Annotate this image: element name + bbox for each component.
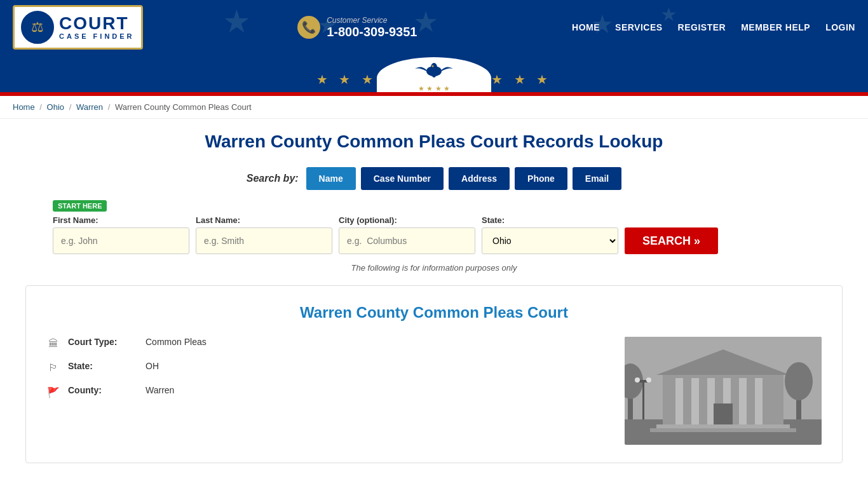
start-here-badge: START HERE [53, 200, 107, 212]
phone-number: 1-800-309-9351 [327, 25, 417, 39]
tab-phone[interactable]: Phone [515, 167, 567, 190]
svg-point-2 [432, 65, 434, 67]
svg-point-23 [635, 377, 640, 383]
search-button[interactable]: SEARCH » [625, 227, 718, 254]
main-content: Warren County Common Pleas Court Records… [0, 119, 868, 482]
tab-address[interactable]: Address [449, 167, 510, 190]
logo-text: COURT CASE FINDER [59, 15, 135, 40]
breadcrumb-sep-1: / [39, 102, 44, 112]
svg-point-24 [646, 377, 651, 383]
city-input[interactable] [339, 227, 475, 254]
site-header: ★ ★ ★ ★ ★ ⚖ COURT CASE FINDER 📞 Customer… [0, 0, 868, 55]
svg-point-20 [785, 362, 813, 400]
breadcrumb-home[interactable]: Home [13, 102, 35, 112]
county-label: County: [68, 385, 138, 395]
logo-area[interactable]: ⚖ COURT CASE FINDER [13, 5, 143, 50]
svg-rect-12 [739, 378, 747, 426]
search-by-row: Search by: Name Case Number Address Phon… [25, 167, 843, 190]
eagle-icon: ★ ★ ★ ★ [409, 57, 459, 93]
court-panel-title: Warren County Common Pleas Court [46, 304, 822, 322]
main-nav: HOME SERVICES REGISTER MEMBER HELP LOGIN [572, 22, 855, 32]
state-group: State: Ohio Alabama Alaska Arizona Calif… [482, 215, 618, 254]
logo-box: ⚖ COURT CASE FINDER [13, 5, 143, 50]
customer-service-label: Customer Service [327, 16, 417, 25]
nav-member-help[interactable]: MEMBER HELP [741, 22, 810, 32]
state-select[interactable]: Ohio Alabama Alaska Arizona California C… [482, 227, 618, 254]
last-name-label: Last Name: [196, 215, 332, 225]
page-title: Warren County Common Pleas Court Records… [25, 132, 843, 152]
phone-details: Customer Service 1-800-309-9351 [327, 16, 417, 39]
tab-email[interactable]: Email [573, 167, 621, 190]
svg-rect-14 [714, 403, 733, 426]
court-info-layout: 🏛 Court Type: Common Pleas 🏳 State: OH 🚩… [46, 337, 822, 445]
info-notice: The following is for information purpose… [25, 263, 843, 273]
court-image [625, 337, 822, 445]
phone-icon: 📞 [297, 16, 320, 39]
svg-rect-15 [656, 424, 790, 428]
court-info-details: 🏛 Court Type: Common Pleas 🏳 State: OH 🚩… [46, 337, 612, 445]
county-row: 🚩 County: Warren [46, 385, 612, 398]
state-icon: 🏳 [46, 362, 60, 374]
eagle-container: ★ ★ ★ ★ [377, 57, 491, 92]
svg-rect-21 [642, 381, 644, 419]
phone-area: 📞 Customer Service 1-800-309-9351 [297, 16, 417, 39]
state-value: OH [146, 361, 159, 371]
state-label-info: State: [68, 361, 138, 371]
stars-banner: ★ ★ ★ ★ ★ ★ ★ ★ ★ ★ [0, 55, 868, 92]
court-type-row: 🏛 Court Type: Common Pleas [46, 337, 612, 349]
search-by-label: Search by: [247, 173, 299, 184]
search-form-area: START HERE First Name: Last Name: City (… [53, 200, 815, 254]
breadcrumb-sep-2: / [69, 102, 74, 112]
city-label: City (optional): [339, 215, 475, 225]
svg-rect-13 [755, 378, 763, 426]
nav-register[interactable]: REGISTER [678, 22, 726, 32]
county-icon: 🚩 [46, 386, 60, 398]
last-name-input[interactable] [196, 227, 332, 254]
nav-home[interactable]: HOME [572, 22, 600, 32]
breadcrumb-state[interactable]: Ohio [47, 102, 64, 112]
last-name-group: Last Name: [196, 215, 332, 254]
court-panel: Warren County Common Pleas Court 🏛 Court… [25, 285, 843, 463]
svg-rect-9 [691, 378, 699, 426]
first-name-group: First Name: [53, 215, 189, 254]
court-type-label: Court Type: [68, 337, 138, 347]
form-row: First Name: Last Name: City (optional): … [53, 215, 815, 254]
breadcrumb-county[interactable]: Warren [76, 102, 103, 112]
tab-name[interactable]: Name [306, 167, 356, 190]
svg-point-1 [431, 63, 437, 72]
svg-rect-16 [650, 428, 796, 432]
logo-emblem-icon: ⚖ [21, 11, 54, 44]
stars-left: ★ ★ ★ [316, 72, 377, 92]
state-label: State: [482, 215, 618, 225]
first-name-input[interactable] [53, 227, 189, 254]
svg-rect-8 [675, 378, 683, 426]
city-group: City (optional): [339, 215, 475, 254]
breadcrumb-court: Warren County Common Pleas Court [115, 102, 252, 112]
county-value: Warren [146, 385, 174, 395]
logo-court-label: COURT [59, 15, 129, 32]
state-row: 🏳 State: OH [46, 361, 612, 374]
nav-services[interactable]: SERVICES [615, 22, 663, 32]
nav-login[interactable]: LOGIN [825, 22, 855, 32]
tab-case-number[interactable]: Case Number [361, 167, 444, 190]
breadcrumb-sep-3: / [108, 102, 112, 112]
stars-right: ★ ★ ★ [491, 72, 552, 92]
logo-case-finder-label: CASE FINDER [59, 32, 135, 40]
court-type-value: Common Pleas [146, 337, 207, 347]
breadcrumb: Home / Ohio / Warren / Warren County Com… [0, 96, 868, 119]
court-type-icon: 🏛 [46, 338, 60, 349]
first-name-label: First Name: [53, 215, 189, 225]
